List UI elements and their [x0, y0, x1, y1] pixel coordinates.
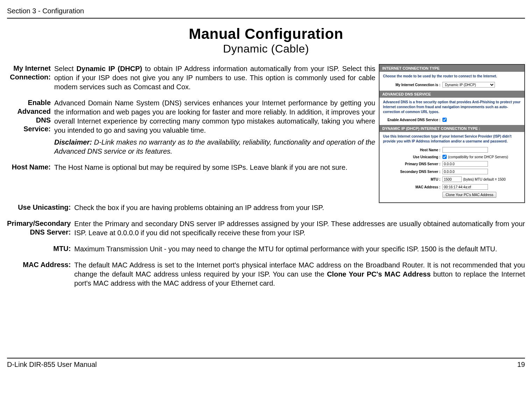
- page-subtitle: Dynamic (Cable): [7, 42, 525, 55]
- desc-mac-address: The default MAC Address is set to the In…: [74, 260, 525, 295]
- breadcrumb: Section 3 - Configuration: [7, 7, 525, 15]
- disclaimer-label: Disclaimer:: [54, 138, 92, 146]
- label-dns: Primary/Secondary DNS Server:: [7, 219, 74, 244]
- panel-label-sdns: Secondary DNS Server :: [383, 170, 442, 174]
- footer-manual-name: D-Link DIR-855 User Manual: [7, 361, 97, 369]
- disclaimer-text: D-Link makes no warranty as to the avail…: [54, 138, 375, 155]
- text: Select: [54, 65, 77, 72]
- panel-header-adns: ADVANCED DNS SERVICE: [380, 91, 524, 98]
- text-bold: Dynamic IP (DHCP): [77, 65, 142, 72]
- label-mtu: MTU:: [7, 244, 74, 260]
- unicast-checkbox[interactable]: [442, 155, 447, 159]
- unicast-aux: (compatibility for some DHCP Servers): [448, 155, 508, 159]
- panel-label-mac: MAC Address :: [383, 185, 442, 189]
- label-my-internet: My Internet Connection:: [7, 64, 54, 98]
- desc-use-unicasting: Check the box if you are having problems…: [74, 203, 525, 219]
- text-bold: Clone Your PC's MAC Address: [327, 270, 431, 278]
- desc-mtu: Maximum Transmission Unit - you may need…: [74, 244, 525, 260]
- panel-label-unicast: Use Unicasting :: [383, 155, 442, 159]
- config-panel-screenshot: INTERNET CONNECTION TYPE Choose the mode…: [379, 64, 525, 203]
- host-input[interactable]: [442, 147, 488, 153]
- mac-input[interactable]: [442, 184, 488, 190]
- divider-bottom: [7, 358, 525, 358]
- label-enable-advanced: Enable Advanced DNS Service:: [7, 98, 54, 163]
- desc-my-internet: Select Dynamic IP (DHCP) to obtain IP Ad…: [54, 64, 375, 98]
- text: Advanced Domain Name System (DNS) servic…: [54, 99, 375, 134]
- label-mac-address: MAC Address:: [7, 260, 74, 295]
- footer-page-number: 19: [517, 361, 525, 369]
- panel-label-mtu: MTU :: [383, 177, 442, 181]
- mtu-aux: (bytes) MTU default = 1500: [463, 177, 505, 181]
- page-title: Manual Configuration: [7, 26, 525, 42]
- desc-enable-advanced: Advanced Domain Name System (DNS) servic…: [54, 98, 375, 163]
- panel-desc-dhcp: Use this Internet connection type if you…: [380, 132, 524, 146]
- panel-desc-ict: Choose the mode to be used by the router…: [380, 72, 524, 81]
- panel-header-ict: INTERNET CONNECTION TYPE: [380, 65, 524, 72]
- panel-header-dhcp: DYNAMIC IP (DHCP) INTERNET CONNECTION TY…: [380, 125, 524, 132]
- label-use-unicasting: Use Unicasting:: [7, 203, 74, 219]
- panel-desc-adns: Advanced DNS is a free security option t…: [380, 98, 524, 117]
- connection-select[interactable]: Dynamic IP (DHCP): [442, 82, 495, 88]
- sdns-input[interactable]: [442, 169, 488, 174]
- panel-label-enable-adns: Enable Advanced DNS Service :: [383, 118, 442, 122]
- desc-dns: Enter the Primary and secondary DNS serv…: [74, 219, 525, 244]
- mtu-input[interactable]: [442, 176, 462, 182]
- label-host-name: Host Name:: [7, 163, 54, 179]
- panel-label-host: Host Name :: [383, 148, 442, 152]
- clone-mac-button[interactable]: Clone Your PC's MAC Address: [442, 192, 496, 198]
- divider-top: [7, 18, 525, 19]
- pdns-input[interactable]: [442, 161, 488, 167]
- enable-adns-checkbox[interactable]: [442, 118, 447, 122]
- desc-host-name: The Host Name is optional but may be req…: [54, 163, 375, 179]
- panel-label-connection: My Internet Connection is :: [383, 83, 442, 87]
- panel-label-pdns: Primary DNS Server :: [383, 162, 442, 166]
